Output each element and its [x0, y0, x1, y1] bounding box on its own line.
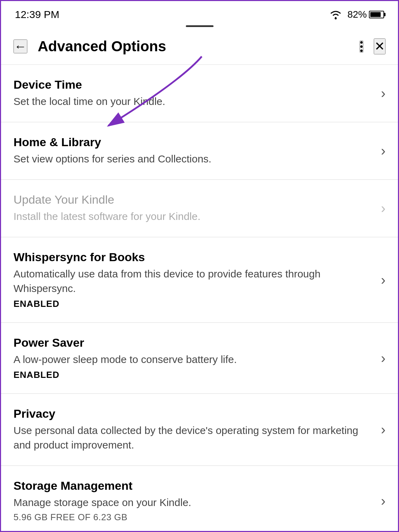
- chevron-icon: ›: [381, 201, 386, 216]
- menu-item-update-kindle-content: Update Your Kindle Install the latest so…: [13, 193, 381, 224]
- menu-item-update-kindle[interactable]: Update Your Kindle Install the latest so…: [1, 180, 398, 237]
- menu-item-home-library-desc: Set view options for series and Collecti…: [13, 152, 374, 166]
- svg-point-0: [335, 17, 337, 19]
- back-button[interactable]: ←: [13, 39, 27, 53]
- notch: [1, 25, 398, 27]
- menu-item-whispersync-content: Whispersync for Books Automatically use …: [13, 250, 381, 309]
- menu-item-storage-management-storage: 5.96 GB FREE OF 6.23 GB: [13, 512, 374, 523]
- menu-item-storage-management-content: Storage Management Manage storage space …: [13, 479, 381, 523]
- close-icon: ✕: [374, 39, 385, 53]
- back-arrow-icon: ←: [14, 40, 27, 53]
- chevron-icon: ›: [381, 143, 386, 159]
- menu-item-update-kindle-desc: Install the latest software for your Kin…: [13, 209, 374, 224]
- menu-item-device-time-content: Device Time Set the local time on your K…: [13, 78, 381, 109]
- menu-list: Device Time Set the local time on your K…: [1, 65, 398, 532]
- status-right: 82%: [329, 9, 384, 20]
- more-options-button[interactable]: [360, 41, 363, 53]
- menu-item-device-time[interactable]: Device Time Set the local time on your K…: [1, 65, 398, 122]
- more-dots-icon: [360, 41, 363, 52]
- menu-item-privacy-content: Privacy Use personal data collected by t…: [13, 407, 381, 452]
- status-time: 12:39 PM: [15, 9, 59, 20]
- menu-item-whispersync[interactable]: Whispersync for Books Automatically use …: [1, 237, 398, 323]
- chevron-icon: ›: [381, 272, 386, 288]
- chevron-icon: ›: [381, 422, 386, 437]
- chevron-icon: ›: [381, 86, 386, 101]
- menu-item-privacy-title: Privacy: [13, 407, 374, 420]
- header: ← Advanced Options ✕: [1, 28, 398, 65]
- battery-percent: 82%: [347, 9, 367, 20]
- menu-item-home-library-title: Home & Library: [13, 135, 374, 149]
- chevron-icon: ›: [381, 351, 386, 366]
- menu-item-whispersync-desc: Automatically use data from this device …: [13, 267, 374, 296]
- menu-item-power-saver-title: Power Saver: [13, 336, 374, 349]
- menu-item-device-time-title: Device Time: [13, 78, 374, 91]
- menu-item-power-saver-desc: A low-power sleep mode to conserve batte…: [13, 352, 374, 367]
- chevron-icon: ›: [381, 493, 386, 509]
- menu-item-power-saver-content: Power Saver A low-power sleep mode to co…: [13, 336, 381, 380]
- menu-item-privacy[interactable]: Privacy Use personal data collected by t…: [1, 394, 398, 466]
- menu-item-power-saver-status: ENABLED: [13, 370, 374, 380]
- menu-item-storage-management[interactable]: Storage Management Manage storage space …: [1, 466, 398, 532]
- notch-handle: [186, 25, 214, 27]
- battery-container: 82%: [347, 9, 384, 20]
- page-title: Advanced Options: [34, 38, 353, 55]
- menu-item-update-kindle-title: Update Your Kindle: [13, 193, 374, 206]
- battery-fill: [370, 12, 381, 17]
- menu-item-home-library[interactable]: Home & Library Set view options for seri…: [1, 122, 398, 180]
- header-actions: ✕: [360, 38, 386, 54]
- status-bar: 12:39 PM 82%: [1, 1, 398, 25]
- battery-icon: [369, 11, 384, 18]
- close-button[interactable]: ✕: [374, 38, 386, 54]
- wifi-icon: [329, 9, 343, 20]
- menu-item-whispersync-status: ENABLED: [13, 299, 374, 309]
- menu-item-home-library-content: Home & Library Set view options for seri…: [13, 135, 381, 166]
- menu-item-privacy-desc: Use personal data collected by the devic…: [13, 423, 374, 452]
- menu-item-power-saver[interactable]: Power Saver A low-power sleep mode to co…: [1, 323, 398, 394]
- menu-item-storage-management-desc: Manage storage space on your Kindle.: [13, 495, 374, 510]
- menu-item-whispersync-title: Whispersync for Books: [13, 250, 374, 264]
- menu-item-device-time-desc: Set the local time on your Kindle.: [13, 94, 374, 109]
- menu-item-storage-management-title: Storage Management: [13, 479, 374, 493]
